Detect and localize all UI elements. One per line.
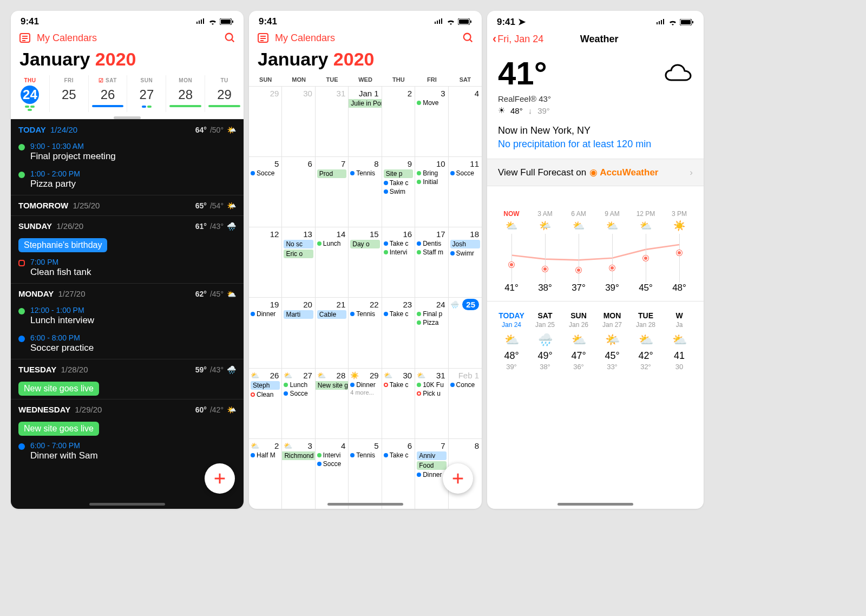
search-icon[interactable] [224,32,236,44]
day-column[interactable]: MON28 [166,75,205,112]
daily-column[interactable]: SATJan 25🌧️49°38° [528,311,562,371]
agenda-day-header[interactable]: TODAY 1/24/2064°/50°🌤️ [11,119,244,140]
month-cell[interactable]: ⛅27LunchSocce [282,368,315,438]
month-cell[interactable]: 3Move [415,86,448,156]
status-bar: 9:41 ➤ [487,11,704,30]
daily-forecast[interactable]: TODAYJan 24⛅48°39°SATJan 25🌧️49°38°SUNJa… [487,302,704,381]
month-grid[interactable]: 293031Jan 1Julie in Portland23Move45Socc… [249,86,482,509]
month-cell[interactable]: 30 [282,86,315,156]
svg-rect-13 [470,21,471,23]
all-day-badge[interactable]: Stephanie's birthday [18,238,107,252]
month-cell[interactable]: ☀️29Dinner4 more... [349,368,382,438]
month-cell[interactable]: 12 [249,227,282,297]
agenda-day-header[interactable]: SUNDAY 1/26/2061°/43°🌧️ [11,215,244,236]
month-cell[interactable]: 5Socce [249,156,282,227]
back-chevron-icon[interactable]: ‹ [493,32,496,46]
daily-column[interactable]: WJa⛅4130 [662,311,696,371]
agenda-day-header[interactable]: TOMORROW 1/25/2065°/54°🌤️ [11,195,244,215]
month-title: January 2020 [249,49,482,75]
day-column[interactable]: SUN27 [127,75,166,112]
day-strip[interactable]: THU24FRI25☑ SAT26SUN27MON28TU29 [11,75,244,112]
month-cell[interactable]: ⛅2Half M [249,438,282,509]
agenda-item[interactable]: 7:00 PMClean fish tank [11,255,244,283]
nav-label[interactable]: My Calendars [37,32,224,44]
sunset-icon: ↓ [528,106,533,115]
accuweather-link[interactable]: View Full Forecast on ◉ AccuWeather › [487,159,704,186]
home-indicator[interactable] [557,503,633,506]
add-event-button[interactable] [205,463,235,494]
month-cell[interactable]: 6 [282,156,315,227]
month-cell[interactable]: 20Marti [282,297,315,368]
month-cell[interactable]: ⛅28New site goes live [316,368,349,438]
month-cell[interactable]: Jan 1Julie in Portland [349,86,382,156]
month-cell[interactable]: Feb 1Conce [449,368,482,438]
daily-column[interactable]: MONJan 27🌤️45°33° [595,311,629,371]
month-cell[interactable]: 23Take c [382,297,415,368]
day-column[interactable]: TU29 [205,75,244,112]
calendar-list-icon[interactable] [257,31,270,44]
hi-low: ☀︎48° ↓39° [498,106,693,115]
calendar-list-icon[interactable] [18,31,31,44]
day-column[interactable]: ☑ SAT26 [88,75,127,112]
home-indicator[interactable] [327,503,403,506]
status-time: 9:41 [21,16,39,27]
hourly-forecast[interactable]: NOW⛅41°3 AM🌤️38°6 AM⛅37°9 AM⛅39°12 PM⛅45… [487,186,704,302]
svg-rect-24 [692,21,693,23]
month-cell[interactable]: ⛅3110K FuPick u [415,368,448,438]
agenda-list[interactable]: TODAY 1/24/2064°/50°🌤️9:00 - 10:30 AMFin… [11,119,244,509]
chevron-right-icon: › [690,167,693,178]
agenda-item[interactable]: 9:00 - 10:30 AMFinal project meeting [11,140,244,167]
add-event-button[interactable] [443,463,473,494]
daily-column[interactable]: TUEJan 28⛅42°32° [629,311,662,371]
month-cell[interactable]: 2 [382,86,415,156]
agenda-day-header[interactable]: TUESDAY 1/28/2059°/43°🌧️ [11,359,244,379]
month-cell[interactable]: ⛅30Take c [382,368,415,438]
month-cell[interactable]: 11Socce [449,156,482,227]
svg-point-7 [226,34,233,41]
month-cell[interactable]: 6Take c [382,438,415,509]
month-cell[interactable]: 31 [316,86,349,156]
day-column[interactable]: THU24 [11,75,49,112]
month-cell[interactable]: 14Lunch [316,227,349,297]
agenda-item[interactable]: 12:00 - 1:00 PMLunch interview [11,304,244,331]
month-cell[interactable]: 9Site pTake cSwim [382,156,415,227]
month-cell[interactable]: 29 [249,86,282,156]
phone-agenda: 9:41 My Calendars January 2020 THU24FRI2… [11,11,244,509]
month-cell[interactable]: 4InterviSocce [316,438,349,509]
month-cell[interactable]: 24Final pPizza [415,297,448,368]
month-cell[interactable]: 18JoshSwimr [449,227,482,297]
nav-row: My Calendars [11,29,244,49]
precipitation-link[interactable]: No precipitation for at least 120 min [498,139,693,150]
search-icon[interactable] [462,32,474,44]
month-cell[interactable]: 17DentisStaff m [415,227,448,297]
nav-label[interactable]: My Calendars [275,32,462,44]
month-cell[interactable]: 15Day o [349,227,382,297]
agenda-item[interactable]: 6:00 - 8:00 PMSoccer practice [11,331,244,359]
month-cell[interactable]: 10BringInitial [415,156,448,227]
agenda-item[interactable]: 6:00 - 7:00 PMDinner with Sam [11,439,244,467]
month-cell[interactable]: 7Prod [316,156,349,227]
all-day-badge[interactable]: New site goes live [18,422,99,436]
month-cell[interactable]: ⛅26StephClean [249,368,282,438]
agenda-day-header[interactable]: WEDNESDAY 1/29/2060°/42°🌤️ [11,399,244,420]
month-cell[interactable]: 22Tennis [349,297,382,368]
month-cell[interactable]: 4 [449,86,482,156]
month-cell[interactable]: 16Take cIntervi [382,227,415,297]
month-cell[interactable]: 8Tennis [349,156,382,227]
month-cell[interactable]: 19Dinner [249,297,282,368]
month-cell[interactable]: 5Tennis [349,438,382,509]
day-column[interactable]: FRI25 [49,75,88,112]
month-cell[interactable]: ⛅3Richmond [282,438,315,509]
agenda-item[interactable]: 1:00 - 2:00 PMPizza party [11,167,244,195]
home-indicator[interactable] [89,503,165,506]
daily-column[interactable]: TODAYJan 24⛅48°39° [495,311,528,371]
month-cell[interactable]: 🌧️25 [449,297,482,368]
agenda-day-header[interactable]: MONDAY 1/27/2062°/45°⛅ [11,283,244,304]
daily-column[interactable]: SUNJan 26⛅47°36° [562,311,595,371]
sunrise-icon: ☀︎ [498,106,505,115]
all-day-badge[interactable]: New site goes live [18,382,99,396]
month-cell[interactable]: 13No scEric o [282,227,315,297]
svg-rect-23 [681,20,691,24]
month-cell[interactable]: 21Cable [316,297,349,368]
status-bar: 9:41 [249,11,482,29]
